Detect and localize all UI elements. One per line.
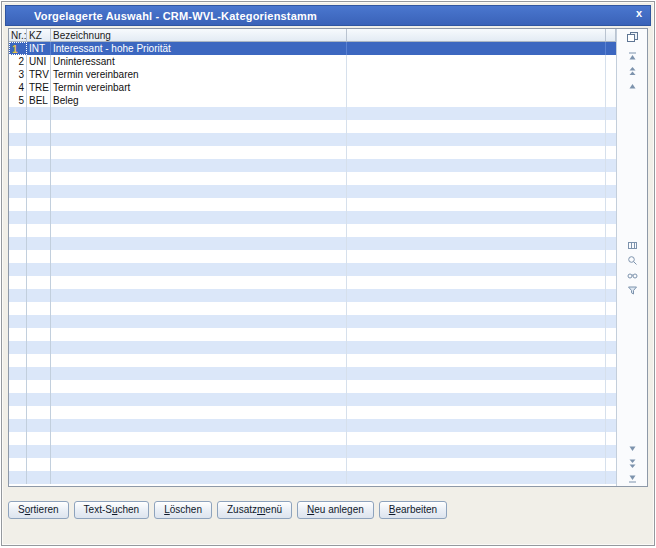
cell-empty	[606, 211, 616, 224]
table-row-empty[interactable]	[9, 289, 616, 302]
cell-empty	[347, 107, 606, 120]
table-row-empty[interactable]	[9, 380, 616, 393]
cell-kz: TRV	[27, 68, 51, 81]
page-up-icon[interactable]	[625, 65, 640, 78]
table-row-empty[interactable]	[9, 471, 616, 484]
table-row-empty[interactable]	[9, 237, 616, 250]
table-row-empty[interactable]	[9, 185, 616, 198]
copy-icon[interactable]	[625, 30, 640, 43]
table-row-empty[interactable]	[9, 224, 616, 237]
cell-empty	[9, 419, 27, 432]
table-row-empty[interactable]	[9, 250, 616, 263]
table-row[interactable]: 2UNIUninteressant	[9, 55, 616, 68]
scroll-top-icon[interactable]	[625, 50, 640, 63]
cell-empty	[606, 263, 616, 276]
cell-empty	[27, 393, 51, 406]
table-row[interactable]: 5BELBeleg	[9, 94, 616, 107]
table-row-empty[interactable]	[9, 146, 616, 159]
cell-empty	[347, 432, 606, 445]
close-button[interactable]: x	[636, 7, 642, 19]
cell-extra	[347, 81, 606, 94]
cell-empty	[27, 302, 51, 315]
table-row-empty[interactable]	[9, 458, 616, 471]
l-schen-button[interactable]: Löschen	[154, 501, 212, 519]
page-down-icon[interactable]	[625, 457, 640, 470]
table-row-empty[interactable]	[9, 107, 616, 120]
column-header-end[interactable]	[606, 29, 616, 42]
column-header-kz[interactable]: KZ	[27, 29, 51, 42]
cell-kz: UNI	[27, 55, 51, 68]
cell-empty	[51, 302, 347, 315]
cell-empty	[51, 354, 347, 367]
cell-empty	[9, 250, 27, 263]
table-row-empty[interactable]	[9, 276, 616, 289]
table-row-empty[interactable]	[9, 445, 616, 458]
category-table-frame: Nr.:KZBezeichnung1INTInteressant - hohe …	[8, 28, 648, 487]
cell-empty	[9, 133, 27, 146]
cell-empty	[27, 341, 51, 354]
table-row-empty[interactable]	[9, 406, 616, 419]
table-row-empty[interactable]	[9, 328, 616, 341]
table-row-empty[interactable]	[9, 432, 616, 445]
row-up-icon[interactable]	[625, 80, 640, 93]
cell-empty	[606, 172, 616, 185]
title-bar[interactable]: Vorgelagerte Auswahl - CRM-WVL-Kategorie…	[5, 5, 651, 26]
cell-empty	[51, 328, 347, 341]
table-row-empty[interactable]	[9, 341, 616, 354]
row-focus-cell: 1	[9, 42, 27, 55]
cell-empty	[27, 406, 51, 419]
cell-empty	[9, 341, 27, 354]
column-header-extra[interactable]	[347, 29, 606, 42]
cell-empty	[27, 263, 51, 276]
cell-empty	[347, 393, 606, 406]
cell-empty	[9, 302, 27, 315]
table-row-empty[interactable]	[9, 354, 616, 367]
cell-empty	[606, 315, 616, 328]
cell-empty	[606, 159, 616, 172]
cell-empty	[51, 172, 347, 185]
zusatzmen--button[interactable]: Zusatzmenü	[217, 501, 292, 519]
dialog-window: Vorgelagerte Auswahl - CRM-WVL-Kategorie…	[1, 1, 655, 546]
table-row[interactable]: 4TRETermin vereinbart	[9, 81, 616, 94]
neu-anlegen-button[interactable]: Neu anlegen	[297, 501, 374, 519]
table-row-empty[interactable]	[9, 367, 616, 380]
cell-empty	[9, 393, 27, 406]
table-row-empty[interactable]	[9, 315, 616, 328]
table-row-empty[interactable]	[9, 302, 616, 315]
cell-empty	[347, 419, 606, 432]
row-down-icon[interactable]	[625, 442, 640, 455]
cell-empty	[9, 224, 27, 237]
table-row-empty[interactable]	[9, 120, 616, 133]
table-row-empty[interactable]	[9, 211, 616, 224]
binoculars-icon[interactable]	[625, 269, 640, 282]
scroll-bottom-icon[interactable]	[625, 472, 640, 485]
bearbeiten-button[interactable]: Bearbeiten	[379, 501, 447, 519]
cell-empty	[51, 185, 347, 198]
text-suchen-button[interactable]: Text-Suchen	[74, 501, 150, 519]
cell-empty	[347, 289, 606, 302]
table-row-empty[interactable]	[9, 172, 616, 185]
table-row-empty[interactable]	[9, 133, 616, 146]
search-icon[interactable]	[625, 254, 640, 267]
cell-kz: BEL	[27, 94, 51, 107]
sortieren-button[interactable]: Sortieren	[8, 501, 69, 519]
cell-empty	[606, 471, 616, 484]
table-row-empty[interactable]	[9, 263, 616, 276]
cell-empty	[27, 211, 51, 224]
table-row-empty[interactable]	[9, 419, 616, 432]
cell-empty	[27, 289, 51, 302]
table-row-empty[interactable]	[9, 159, 616, 172]
column-header-nr[interactable]: Nr.:	[9, 29, 27, 42]
cell-empty	[606, 432, 616, 445]
column-header-bezeichnung[interactable]: Bezeichnung	[51, 29, 347, 42]
table-row-selected[interactable]: 1INTInteressant - hohe Priorität	[9, 42, 616, 55]
table-row-empty[interactable]	[9, 393, 616, 406]
cell-extra	[347, 94, 606, 107]
table-row-empty[interactable]	[9, 198, 616, 211]
filter-icon[interactable]	[625, 284, 640, 297]
columns-icon[interactable]	[625, 239, 640, 252]
cell-empty	[347, 172, 606, 185]
table-row[interactable]: 3TRVTermin vereinbaren	[9, 68, 616, 81]
cell-empty	[27, 471, 51, 484]
cell-empty	[51, 289, 347, 302]
